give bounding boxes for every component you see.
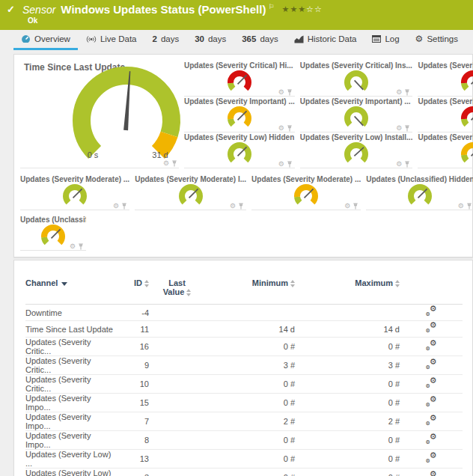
tab-label: Live Data bbox=[100, 34, 137, 43]
last-value-cell bbox=[149, 375, 205, 394]
flag-icon[interactable]: ⚐ bbox=[268, 3, 274, 10]
gauge-tile[interactable]: Updates (Severity Critical) Hi...⚙ bbox=[184, 61, 295, 97]
gauge-tile[interactable]: Updates (Severity Low) Missi...⚙ bbox=[418, 132, 473, 168]
col-header-id[interactable]: ID bbox=[115, 275, 149, 305]
gauge-chart bbox=[62, 184, 88, 208]
gear-icon[interactable]: ⚙ bbox=[396, 161, 402, 168]
gauge-tile[interactable]: Updates (Severity Low) Hidden⚙ bbox=[184, 132, 295, 168]
gauge-icon bbox=[21, 34, 31, 44]
channel-cell[interactable]: Updates (Severity Low) ... bbox=[25, 450, 115, 469]
tab-live-data[interactable]: Live Data bbox=[79, 30, 144, 50]
gauge-tile[interactable]: Updates (Severity Important) ...⚙ bbox=[300, 97, 413, 132]
pin-icon[interactable] bbox=[404, 89, 410, 96]
pin-icon[interactable] bbox=[287, 89, 293, 96]
channels-table: Channel ID Last Value Minimum Maximum Do… bbox=[25, 275, 463, 476]
gauge-tile[interactable]: Updates (Unclassified) Hidden⚙ bbox=[366, 174, 473, 210]
channel-cell[interactable]: Updates (Severity Impo... bbox=[25, 394, 115, 412]
channel-settings-icon[interactable]: ⚙⚙ bbox=[426, 416, 437, 426]
stars-filled[interactable]: ★★★ bbox=[282, 4, 307, 13]
pin-icon[interactable] bbox=[404, 161, 410, 168]
channel-cell[interactable]: Updates (Severity Impo... bbox=[25, 431, 115, 450]
maximum-cell: 0 # bbox=[295, 450, 400, 469]
tile-actions: ⚙ bbox=[278, 125, 293, 132]
pin-icon[interactable] bbox=[171, 160, 177, 167]
col-header-minimum[interactable]: Minimum bbox=[205, 275, 295, 305]
pin-icon[interactable] bbox=[287, 161, 293, 168]
channel-cell[interactable]: Downtime bbox=[25, 305, 115, 321]
tab-label: days bbox=[260, 34, 278, 43]
gear-icon[interactable]: ⚙ bbox=[344, 203, 350, 210]
channel-cell[interactable]: Updates (Severity Impo... bbox=[25, 412, 115, 431]
tab-365-days[interactable]: 365 days bbox=[234, 30, 285, 50]
tile-actions: ⚙ bbox=[278, 89, 293, 96]
id-cell: 13 bbox=[115, 450, 149, 469]
gauge-tile[interactable]: Updates (Severity Low) Install...⚙ bbox=[300, 132, 413, 168]
tab-label: Log bbox=[385, 34, 399, 43]
channel-settings-icon[interactable]: ⚙⚙ bbox=[426, 472, 437, 476]
gear-icon[interactable]: ⚙ bbox=[163, 160, 169, 167]
gauge-tile[interactable]: Updates (Severity Moderate) ...⚙ bbox=[20, 174, 129, 210]
gauge-tile[interactable]: Updates (Severity Important) ...⚙ bbox=[418, 97, 473, 132]
tab-log[interactable]: Log bbox=[364, 30, 406, 50]
pin-icon[interactable] bbox=[353, 203, 358, 210]
gear-icon[interactable]: ⚙ bbox=[278, 161, 284, 168]
pin-icon[interactable] bbox=[78, 243, 84, 250]
channel-settings-icon[interactable]: ⚙⚙ bbox=[426, 307, 437, 317]
tab-number: 30 bbox=[195, 34, 204, 43]
gear-icon[interactable]: ⚙ bbox=[70, 243, 76, 250]
channel-settings-icon[interactable]: ⚙⚙ bbox=[426, 379, 437, 388]
priority-stars[interactable]: ★★★☆☆ bbox=[282, 4, 323, 13]
channel-cell[interactable]: Updates (Severity Critic... bbox=[25, 338, 115, 356]
channel-settings-icon[interactable]: ⚙⚙ bbox=[426, 360, 437, 370]
channel-settings-icon[interactable]: ⚙⚙ bbox=[426, 341, 437, 351]
gear-icon[interactable]: ⚙ bbox=[278, 89, 284, 96]
gauge-tile[interactable]: Updates (Severity Moderate) ...⚙ bbox=[251, 174, 361, 210]
pin-icon[interactable] bbox=[238, 203, 244, 210]
pin-icon[interactable] bbox=[121, 203, 127, 210]
maximum-cell: 0 # bbox=[295, 394, 400, 412]
gauge-channel-label: Updates (Severity Low) Install... bbox=[300, 133, 413, 142]
col-header-last-value[interactable]: Last Value bbox=[149, 275, 205, 305]
col-header-maximum[interactable]: Maximum bbox=[295, 275, 400, 305]
gear-icon[interactable]: ⚙ bbox=[230, 203, 236, 210]
stars-empty[interactable]: ☆☆ bbox=[306, 4, 323, 13]
tile-actions: ⚙ bbox=[230, 203, 244, 210]
gear-icon[interactable]: ⚙ bbox=[113, 203, 119, 210]
channel-cell[interactable]: Updates (Severity Critic... bbox=[25, 375, 115, 394]
tab-historic-data[interactable]: Historic Data bbox=[287, 30, 364, 50]
tab-2-days[interactable]: 2 days bbox=[144, 30, 186, 50]
main-gauge-tile[interactable]: Time Since Last Update 0 s 31 d ⚙ bbox=[20, 61, 179, 168]
pin-icon[interactable] bbox=[287, 125, 293, 132]
channel-settings-icon[interactable]: ⚙⚙ bbox=[426, 397, 437, 407]
gauge-tile[interactable]: Updates (Severity Important) ...⚙ bbox=[184, 97, 295, 132]
col-header-channel[interactable]: Channel bbox=[25, 275, 115, 305]
gauge-tile[interactable]: Updates (Severity Moderate) I...⚙ bbox=[135, 174, 246, 210]
tab-overview[interactable]: Overview bbox=[13, 30, 78, 50]
small-gauge-grid: Updates (Severity Critical) Hi...⚙Update… bbox=[184, 61, 468, 168]
gauge-channel-label: Updates (Severity Moderate) ... bbox=[20, 175, 129, 184]
gauge-tile[interactable]: Updates (Severity Critical) Ins...⚙ bbox=[300, 61, 413, 97]
gauge-chart bbox=[407, 184, 433, 208]
channel-cell[interactable]: Updates (Severity Low) ... bbox=[25, 469, 115, 476]
minimum-cell: 3 # bbox=[205, 356, 295, 375]
last-value-cell bbox=[149, 338, 205, 356]
gauge-tile[interactable]: Updates (Severity Critical) Mi...⚙ bbox=[418, 61, 473, 97]
channel-settings-icon[interactable]: ⚙⚙ bbox=[426, 323, 437, 333]
gauge-channel-label: Updates (Severity Moderate) ... bbox=[251, 175, 361, 184]
gear-icon[interactable]: ⚙ bbox=[396, 89, 402, 96]
channel-cell[interactable]: Updates (Severity Critic... bbox=[25, 356, 115, 375]
gauge-channel-label: Updates (Severity Moderate) I... bbox=[135, 175, 246, 184]
pin-icon[interactable] bbox=[466, 203, 472, 210]
channel-cell[interactable]: Time Since Last Update bbox=[25, 321, 115, 338]
gauge-chart bbox=[227, 142, 252, 166]
channel-settings-icon[interactable]: ⚙⚙ bbox=[426, 435, 437, 445]
channel-settings-icon[interactable]: ⚙⚙ bbox=[426, 454, 437, 463]
minimum-cell: 0 # bbox=[205, 431, 295, 450]
gear-icon[interactable]: ⚙ bbox=[278, 125, 284, 132]
tab-30-days[interactable]: 30 days bbox=[187, 30, 234, 50]
gear-icon[interactable]: ⚙ bbox=[458, 203, 464, 210]
tab-settings[interactable]: ⚙ Settings bbox=[408, 30, 466, 50]
gear-icon[interactable]: ⚙ bbox=[396, 125, 402, 132]
gauge-tile[interactable]: Updates (Unclassified) Missing⚙ bbox=[20, 215, 86, 251]
pin-icon[interactable] bbox=[404, 125, 410, 132]
